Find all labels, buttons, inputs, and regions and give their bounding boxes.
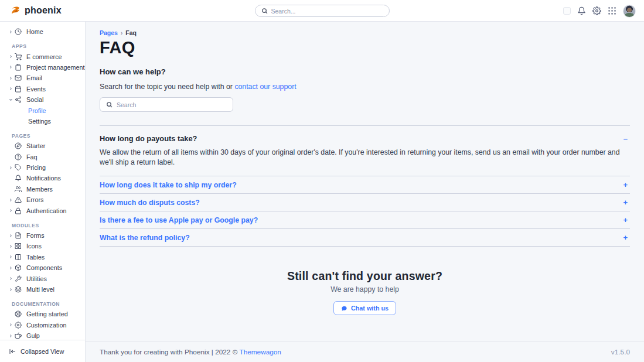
file-text-icon <box>15 232 22 239</box>
sidebar-item-customization[interactable]: Customization <box>0 320 85 330</box>
tool-icon <box>15 275 22 282</box>
sidebar-item-starter[interactable]: Starter <box>0 141 85 151</box>
settings-gear-icon[interactable] <box>592 6 601 15</box>
tag-icon <box>15 164 22 171</box>
sidebar-item-label: Authentication <box>26 207 66 214</box>
sidebar-item-faq[interactable]: Faq <box>0 152 85 162</box>
sidebar-item-label: Faq <box>26 153 38 160</box>
mail-icon <box>15 74 22 81</box>
columns-icon <box>15 254 22 261</box>
faq-item-how-long-do-payouts-take: How long do payouts take?–We allow the r… <box>100 126 630 176</box>
sidebar-item-label: Members <box>26 186 53 193</box>
sidebar-item-label: Email <box>26 74 42 81</box>
breadcrumb-separator: › <box>121 30 122 36</box>
faq-question: How much do disputs costs? <box>100 199 200 207</box>
sidebar-item-label: Home <box>26 28 43 35</box>
sidebar-item-social[interactable]: Social <box>0 94 85 105</box>
navbar-search[interactable] <box>255 5 390 17</box>
sidebar-item-label: Components <box>26 264 62 271</box>
sidebar-item-tables[interactable]: Tables <box>0 252 85 262</box>
sidebar: HomeAPPSE commerceProject managementEmai… <box>0 22 86 362</box>
bell-icon <box>15 175 22 182</box>
chevron-right-icon <box>9 30 15 34</box>
sidebar-item-utilities[interactable]: Utilities <box>0 273 85 284</box>
grid-icon <box>15 243 22 250</box>
sidebar-item-label: E commerce <box>26 53 62 60</box>
faq-search[interactable] <box>100 97 233 112</box>
navbar-search-input[interactable] <box>271 8 383 15</box>
sidebar-item-label: Utilities <box>26 275 47 282</box>
expand-plus-icon[interactable]: + <box>623 233 630 242</box>
themewagon-link[interactable]: Themewagon <box>239 348 281 356</box>
sidebar-item-forms[interactable]: Forms <box>0 230 85 241</box>
faq-question-row[interactable]: What is the refund policy?+ <box>100 229 630 246</box>
sidebar-item-notifications[interactable]: Notifications <box>0 173 85 183</box>
sidebar-item-label: Tables <box>26 254 45 261</box>
chevron-right-icon <box>9 65 15 69</box>
user-avatar[interactable] <box>623 5 636 18</box>
collapsed-view-label: Collapsed View <box>21 348 64 355</box>
sidebar-item-gulp[interactable]: Gulp <box>0 330 85 340</box>
sidebar-item-events[interactable]: Events <box>0 84 85 94</box>
sidebar-item-label: Starter <box>26 142 45 149</box>
footer-credit-text: Thank you for creating with Phoenix | 20… <box>100 348 239 356</box>
footer-version: v1.5.0 <box>611 348 630 356</box>
sidebar-item-label: Getting started <box>26 310 68 317</box>
faq-question-row[interactable]: Is there a fee to use Apple pay or Googl… <box>100 211 630 228</box>
calendar-icon <box>15 86 22 93</box>
faq-question-row[interactable]: How long does it take to ship my order?+ <box>100 176 630 193</box>
theme-toggle[interactable] <box>563 7 571 15</box>
chevron-down-icon <box>9 98 15 102</box>
faq-accordion: How long do payouts take?–We allow the r… <box>100 125 630 247</box>
help-circle-icon <box>15 153 22 160</box>
sidebar-item-errors[interactable]: Errors <box>0 194 85 205</box>
sidebar-item-multi-level[interactable]: Multi level <box>0 284 85 295</box>
sidebar-item-email[interactable]: Email <box>0 73 85 83</box>
clock-icon <box>15 28 22 35</box>
cta-title: Still can't find your answer? <box>100 269 630 283</box>
sidebar-item-profile[interactable]: Profile <box>0 105 85 115</box>
sidebar-item-e-commerce[interactable]: E commerce <box>0 51 85 62</box>
apps-grid-icon[interactable] <box>608 6 616 15</box>
sidebar-item-project-management[interactable]: Project management <box>0 62 85 73</box>
expand-plus-icon[interactable]: + <box>623 216 630 224</box>
sidebar-item-label: Social <box>26 96 43 103</box>
collapsed-view-toggle[interactable]: Collapsed View <box>0 340 85 362</box>
sidebar-nav: HomeAPPSE commerceProject managementEmai… <box>0 22 85 340</box>
top-navbar: phoenix <box>0 0 644 22</box>
sidebar-item-getting-started[interactable]: Getting started <box>0 309 85 319</box>
breadcrumb-pages-link[interactable]: Pages <box>100 29 118 36</box>
expand-plus-icon[interactable]: + <box>623 198 630 207</box>
chevron-right-icon <box>9 87 15 91</box>
collapse-minus-icon[interactable]: – <box>623 134 630 143</box>
sidebar-section-label-modules: MODULES <box>0 221 85 230</box>
faq-answer: We allow the return of all items within … <box>100 148 630 167</box>
sidebar-item-members[interactable]: Members <box>0 184 85 194</box>
sidebar-item-settings[interactable]: Settings <box>0 116 85 127</box>
brand-name: phoenix <box>25 5 62 16</box>
sidebar-item-home[interactable]: Home <box>0 26 85 37</box>
faq-question-row[interactable]: How much do disputs costs?+ <box>100 194 630 211</box>
faq-item-what-is-the-refund-policy: What is the refund policy?+ <box>100 229 630 247</box>
sidebar-item-authentication[interactable]: Authentication <box>0 205 85 216</box>
sidebar-item-icons[interactable]: Icons <box>0 241 85 251</box>
sidebar-item-label: Forms <box>26 232 45 239</box>
main-content: Pages › Faq FAQ How can we help? Search … <box>86 22 644 362</box>
expand-plus-icon[interactable]: + <box>623 180 630 189</box>
faq-search-input[interactable] <box>117 101 227 108</box>
faq-question-row[interactable]: How long do payouts take?– <box>100 134 630 143</box>
sidebar-section-label-apps: APPS <box>0 42 85 51</box>
sidebar-item-pricing[interactable]: Pricing <box>0 162 85 173</box>
page-footer: Thank you for creating with Phoenix | 20… <box>86 341 644 362</box>
lock-icon <box>15 207 22 214</box>
sidebar-item-components[interactable]: Components <box>0 262 85 273</box>
chevron-right-icon <box>9 198 15 202</box>
brand-logo[interactable]: phoenix <box>0 5 62 16</box>
sidebar-item-label: Icons <box>26 243 42 250</box>
contact-support-link[interactable]: contact our support <box>234 83 296 91</box>
collapse-left-icon <box>9 348 16 355</box>
chat-with-us-button[interactable]: Chat with us <box>333 301 396 315</box>
chevron-right-icon <box>9 334 15 338</box>
notifications-bell-icon[interactable] <box>577 6 586 15</box>
sidebar-item-label: Gulp <box>26 332 40 339</box>
